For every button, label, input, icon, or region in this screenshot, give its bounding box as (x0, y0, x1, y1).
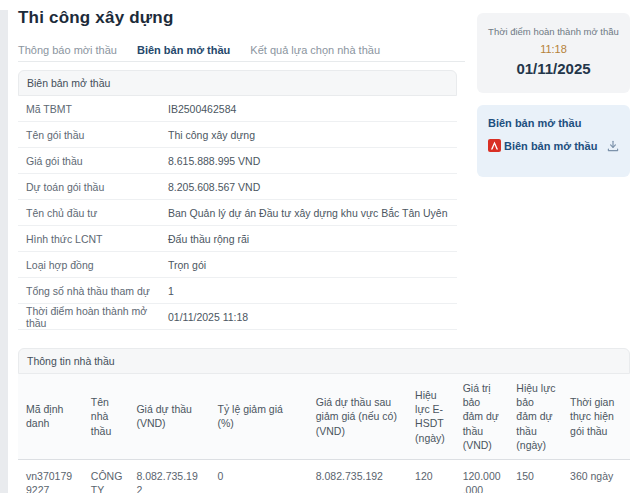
detail-row: Hình thức LCNTĐấu thầu rộng rãi (18, 226, 457, 252)
cell-bid-price-after-discount: 8.082.735.192 (308, 459, 407, 493)
detail-value: 01/11/2025 11:18 (168, 311, 248, 323)
pdf-file-name: Biên bản mở thầu (504, 140, 597, 152)
detail-row: Dự toán gói thầu8.205.608.567 VND (18, 174, 457, 200)
cell-bid-security-validity: 150 (508, 459, 562, 493)
cell-contractor-id: vn3701799227 (18, 459, 83, 493)
column-header: Giá dự thầu (VND) (128, 374, 209, 459)
completion-time-box: Thời điểm hoàn thành mở thầu 11:18 01/11… (477, 13, 630, 93)
cell-bid-security-value: 120.000.000 (455, 459, 509, 493)
detail-label: Thời điểm hoàn thành mở thầu (26, 305, 168, 329)
download-button[interactable] (607, 140, 619, 152)
detail-value: IB2500462584 (168, 103, 236, 115)
column-header: Giá trị bảo đảm dự thầu (VND) (455, 374, 509, 459)
detail-row: Tên chủ đầu tưBan Quản lý dự án Đầu tư x… (18, 200, 457, 226)
completion-date-value: 01/11/2025 (477, 60, 630, 77)
cell-bid-price: 8.082.735.192 (128, 459, 209, 493)
column-header: Hiệu lực bảo đảm dự thầu (ngày) (508, 374, 562, 459)
detail-value: 8.205.608.567 VND (168, 181, 260, 193)
cell-contractor-name: CÔNG TY TNHH MỘT THÀNH VIÊN XÂY DỰNG BÙI… (83, 459, 129, 493)
detail-value: 8.615.888.995 VND (168, 155, 260, 167)
bid-opening-record-card: Biên bản mở thầu Mã TBMTIB2500462584 Tên… (18, 70, 457, 330)
page-title: Thi công xây dựng (18, 8, 174, 28)
detail-value: Đấu thầu rộng rãi (168, 233, 249, 245)
column-header: Giá dự thầu sau giảm giá (nếu có) (VND) (308, 374, 407, 459)
contractor-table: Mã định danh Tên nhà thầu Giá dự thầu (V… (18, 374, 630, 493)
detail-row: Mã TBMTIB2500462584 (18, 96, 457, 122)
cell-discount-rate: 0 (209, 459, 307, 493)
contractor-table-row: vn3701799227 CÔNG TY TNHH MỘT THÀNH VIÊN… (18, 459, 630, 493)
tab-thong-bao-moi-thau[interactable]: Thông báo mời thầu (18, 44, 117, 56)
column-header: Thời gian thực hiện gói thầu (562, 374, 630, 459)
cell-contract-duration: 360 ngày (562, 459, 630, 493)
contractor-table-header-row: Mã định danh Tên nhà thầu Giá dự thầu (V… (18, 374, 630, 459)
tab-bar: Thông báo mời thầu Biên bản mở thầu Kết … (18, 44, 380, 56)
detail-row: Thời điểm hoàn thành mở thầu01/11/2025 1… (18, 304, 457, 330)
detail-label: Tổng số nhà thầu tham dự (26, 285, 168, 297)
detail-label: Tên gói thầu (26, 129, 168, 141)
detail-value: Ban Quản lý dự án Đầu tư xây dựng khu vự… (168, 207, 448, 219)
completion-time-label: Thời điểm hoàn thành mở thầu (477, 26, 630, 37)
detail-value: Trọn gói (168, 259, 206, 271)
page-edge (0, 10, 8, 493)
column-header: Mã định danh (18, 374, 83, 459)
section-header-contractor-info: Thông tin nhà thầu (18, 348, 630, 374)
page: Thi công xây dựng Thông báo mời thầu Biê… (0, 0, 640, 493)
tab-divider (18, 61, 465, 62)
bid-record-document-box: Biên bản mở thầu Biên bản mở thầu (477, 105, 630, 177)
detail-label: Tên chủ đầu tư (26, 207, 168, 219)
tab-ket-qua-lua-chon[interactable]: Kết quả lựa chọn nhà thầu (250, 44, 380, 56)
detail-label: Loại hợp đồng (26, 259, 168, 271)
pdf-file-link[interactable]: Biên bản mở thầu (488, 139, 619, 152)
tab-bien-ban-mo-thau[interactable]: Biên bản mở thầu (137, 44, 230, 56)
detail-label: Giá gói thầu (26, 155, 168, 167)
detail-value: 1 (168, 285, 174, 297)
column-header: Tên nhà thầu (83, 374, 129, 459)
detail-label: Dự toán gói thầu (26, 181, 168, 193)
section-header-bid-opening: Biên bản mở thầu (18, 70, 457, 96)
document-box-title: Biên bản mở thầu (488, 117, 619, 129)
detail-label: Mã TBMT (26, 103, 168, 115)
cell-ehsdt-validity: 120 (407, 459, 455, 493)
contractor-info-card: Thông tin nhà thầu Mã định danh Tên nhà … (18, 348, 630, 493)
detail-label: Hình thức LCNT (26, 233, 168, 245)
column-header: Hiệu lực E-HSDT (ngày) (407, 374, 455, 459)
detail-row: Tổng số nhà thầu tham dự1 (18, 278, 457, 304)
download-icon (607, 140, 619, 152)
detail-value: Thi công xây dựng (168, 129, 255, 141)
column-header: Tỷ lệ giảm giá (%) (209, 374, 307, 459)
detail-row: Loại hợp đồngTrọn gói (18, 252, 457, 278)
pdf-file-icon (488, 139, 501, 152)
detail-row: Giá gói thầu8.615.888.995 VND (18, 148, 457, 174)
completion-time-value: 11:18 (477, 43, 630, 55)
detail-row: Tên gói thầuThi công xây dựng (18, 122, 457, 148)
